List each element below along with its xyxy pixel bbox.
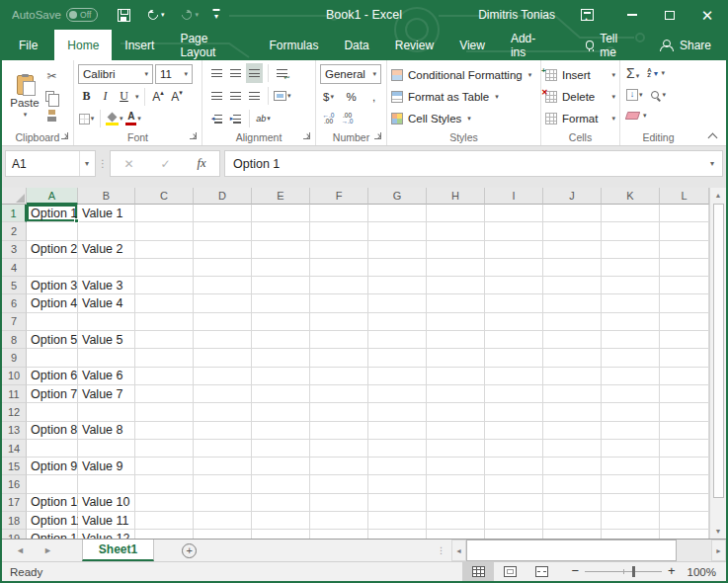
cell-e3[interactable] <box>252 241 310 259</box>
cell-c5[interactable] <box>135 277 194 294</box>
percent-style-button[interactable]: % <box>343 87 360 107</box>
cell-a5[interactable]: Option 3 <box>27 277 78 294</box>
cell-i16[interactable] <box>485 475 543 493</box>
cell-d19[interactable] <box>194 530 252 539</box>
cell-k8[interactable] <box>602 331 660 349</box>
cell-k3[interactable] <box>602 241 660 259</box>
cell-l2[interactable] <box>660 222 709 240</box>
cell-f15[interactable] <box>310 458 368 475</box>
cell-b8[interactable]: Value 5 <box>78 331 135 349</box>
cell-l10[interactable] <box>660 368 709 385</box>
align-center-button[interactable] <box>227 86 244 106</box>
cell-k18[interactable] <box>602 512 660 530</box>
cell-d10[interactable] <box>194 368 252 385</box>
cell-a9[interactable] <box>27 349 78 367</box>
cell-l16[interactable] <box>660 475 709 493</box>
cell-e9[interactable] <box>252 349 310 367</box>
cell-b11[interactable]: Value 7 <box>78 385 135 403</box>
cell-g13[interactable] <box>368 422 427 440</box>
increase-font-size-button[interactable]: A▴ <box>150 87 167 107</box>
cell-h17[interactable] <box>427 494 485 512</box>
cell-d3[interactable] <box>194 241 252 259</box>
cell-l17[interactable] <box>660 494 709 512</box>
cell-k17[interactable] <box>602 494 660 512</box>
cell-h9[interactable] <box>427 349 485 367</box>
row-header-14[interactable]: 14 <box>2 440 27 458</box>
cell-a10[interactable]: Option 6 <box>27 368 78 385</box>
cell-c6[interactable] <box>135 294 194 312</box>
cell-e12[interactable] <box>252 403 310 421</box>
cell-d11[interactable] <box>194 385 252 403</box>
cell-i4[interactable] <box>485 259 543 277</box>
cell-e14[interactable] <box>252 440 310 458</box>
cell-f14[interactable] <box>310 440 368 458</box>
close-button[interactable]: ✕ <box>688 0 726 30</box>
cell-j13[interactable] <box>543 422 602 440</box>
cell-h10[interactable] <box>427 368 485 385</box>
row-header-9[interactable]: 9 <box>2 349 27 367</box>
cell-g12[interactable] <box>368 403 427 421</box>
cell-c2[interactable] <box>135 222 194 240</box>
tab-home[interactable]: Home <box>54 30 112 60</box>
zoom-level[interactable]: 100% <box>688 566 716 578</box>
cell-b6[interactable]: Value 4 <box>78 294 135 312</box>
cell-d8[interactable] <box>194 331 252 349</box>
cell-j6[interactable] <box>543 294 602 312</box>
cell-i5[interactable] <box>485 277 543 294</box>
horizontal-scroll-thumb[interactable] <box>466 540 677 561</box>
cell-h12[interactable] <box>427 403 485 421</box>
fill-handle[interactable] <box>74 218 79 223</box>
cell-e19[interactable] <box>252 530 310 539</box>
tab-insert[interactable]: Insert <box>112 30 167 60</box>
copy-button[interactable]: ▾ <box>43 86 60 106</box>
minimize-button[interactable] <box>613 0 651 30</box>
format-as-table-button[interactable]: Format as Table▾ <box>391 86 536 107</box>
customize-qat-icon[interactable]: ▾ <box>214 9 218 21</box>
cell-b2[interactable] <box>78 222 135 240</box>
insert-cells-button[interactable]: + Insert▾ <box>545 64 615 85</box>
fill-button[interactable]: ↓▾ <box>626 89 643 101</box>
row-header-17[interactable]: 17 <box>2 494 27 512</box>
column-header-a[interactable]: A <box>27 188 78 205</box>
paste-button[interactable]: Paste ▾ <box>6 64 43 129</box>
row-header-8[interactable]: 8 <box>2 331 27 349</box>
sort-filter-button[interactable]: AZ ▼▾ <box>647 68 665 78</box>
cell-i9[interactable] <box>485 349 543 367</box>
cell-b13[interactable]: Value 8 <box>78 422 135 440</box>
scroll-down-icon[interactable]: ▼ <box>710 524 726 539</box>
underline-button[interactable]: U <box>116 87 132 107</box>
cell-i10[interactable] <box>485 368 543 385</box>
cell-c15[interactable] <box>135 458 194 475</box>
cell-h19[interactable] <box>427 530 485 539</box>
cell-f4[interactable] <box>310 259 368 277</box>
row-header-3[interactable]: 3 <box>2 241 27 259</box>
row-header-15[interactable]: 15 <box>2 458 27 475</box>
cell-h13[interactable] <box>427 422 485 440</box>
font-name-dropdown-icon[interactable]: ▾ <box>140 70 148 78</box>
cell-b1[interactable]: Value 1 <box>78 205 135 222</box>
cell-k13[interactable] <box>602 422 660 440</box>
cell-f6[interactable] <box>310 294 368 312</box>
italic-button[interactable]: I <box>97 87 114 107</box>
cell-k10[interactable] <box>602 368 660 385</box>
cell-c4[interactable] <box>135 259 194 277</box>
cancel-entry-icon[interactable]: ✕ <box>123 157 133 171</box>
cell-i3[interactable] <box>485 241 543 259</box>
cell-g3[interactable] <box>368 241 427 259</box>
cell-b17[interactable]: Value 10 <box>78 494 135 512</box>
cell-c18[interactable] <box>135 512 194 530</box>
underline-dropdown-icon[interactable]: ▾ <box>135 93 139 101</box>
row-header-1[interactable]: 1 <box>2 205 27 222</box>
cell-h11[interactable] <box>427 385 485 403</box>
cell-b9[interactable] <box>78 349 135 367</box>
cell-e16[interactable] <box>252 475 310 493</box>
page-layout-view-button[interactable] <box>494 562 526 581</box>
row-header-16[interactable]: 16 <box>2 475 27 493</box>
font-color-button[interactable]: A▾ <box>125 109 142 128</box>
row-header-6[interactable]: 6 <box>2 294 27 312</box>
cell-g11[interactable] <box>368 385 427 403</box>
zoom-slider[interactable] <box>585 566 662 577</box>
number-format-combobox[interactable]: General▾ <box>320 64 381 84</box>
cell-h5[interactable] <box>427 277 485 294</box>
tab-page-layout[interactable]: Page Layout <box>167 30 256 60</box>
